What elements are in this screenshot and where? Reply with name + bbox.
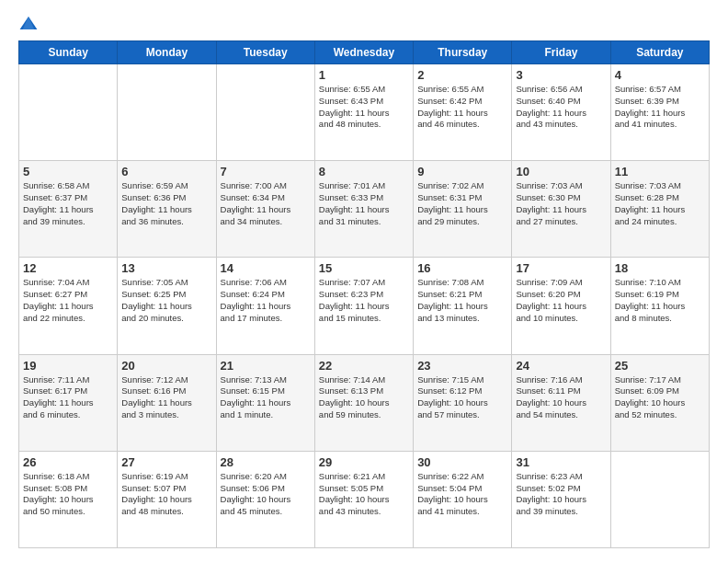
day-number: 14	[221, 261, 311, 275]
day-number: 30	[417, 455, 507, 469]
calendar-cell: 19Sunrise: 7:11 AM Sunset: 6:17 PM Dayli…	[19, 354, 118, 451]
day-number: 4	[615, 68, 705, 82]
day-number: 8	[319, 165, 409, 178]
calendar-cell: 9Sunrise: 7:02 AM Sunset: 6:31 PM Daylig…	[414, 161, 512, 258]
calendar-cell: 14Sunrise: 7:06 AM Sunset: 6:24 PM Dayli…	[216, 258, 314, 354]
day-info: Sunrise: 7:11 AM Sunset: 6:17 PM Dayligh…	[23, 374, 113, 421]
calendar-cell: 4Sunrise: 6:57 AM Sunset: 6:39 PM Daylig…	[610, 64, 709, 161]
day-number: 17	[516, 261, 606, 275]
calendar-cell: 16Sunrise: 7:08 AM Sunset: 6:21 PM Dayli…	[414, 258, 512, 354]
day-info: Sunrise: 7:13 AM Sunset: 6:15 PM Dayligh…	[221, 374, 311, 421]
calendar-table: SundayMondayTuesdayWednesdayThursdayFrid…	[18, 40, 710, 548]
day-info: Sunrise: 7:17 AM Sunset: 6:09 PM Dayligh…	[615, 374, 705, 421]
calendar-cell: 3Sunrise: 6:56 AM Sunset: 6:40 PM Daylig…	[512, 64, 610, 161]
calendar-cell: 2Sunrise: 6:55 AM Sunset: 6:42 PM Daylig…	[414, 64, 512, 161]
calendar-cell: 20Sunrise: 7:12 AM Sunset: 6:16 PM Dayli…	[118, 354, 216, 451]
calendar-cell	[610, 451, 709, 547]
day-number: 20	[121, 359, 211, 373]
day-info: Sunrise: 7:03 AM Sunset: 6:30 PM Dayligh…	[516, 180, 606, 227]
logo	[18, 15, 42, 31]
day-number: 18	[615, 261, 705, 275]
calendar-cell: 31Sunrise: 6:23 AM Sunset: 5:02 PM Dayli…	[512, 451, 610, 547]
day-info: Sunrise: 6:55 AM Sunset: 6:42 PM Dayligh…	[417, 84, 507, 131]
calendar-cell: 25Sunrise: 7:17 AM Sunset: 6:09 PM Dayli…	[610, 354, 709, 451]
page: SundayMondayTuesdayWednesdayThursdayFrid…	[0, 0, 728, 563]
calendar-cell: 21Sunrise: 7:13 AM Sunset: 6:15 PM Dayli…	[216, 354, 314, 451]
day-info: Sunrise: 6:23 AM Sunset: 5:02 PM Dayligh…	[516, 471, 606, 518]
day-number: 10	[516, 165, 606, 178]
day-number: 25	[615, 359, 705, 373]
day-number: 5	[23, 165, 113, 178]
day-number: 31	[516, 455, 606, 469]
day-number: 29	[319, 455, 409, 469]
calendar-cell: 6Sunrise: 6:59 AM Sunset: 6:36 PM Daylig…	[118, 161, 216, 258]
day-number: 9	[417, 165, 507, 178]
day-info: Sunrise: 6:56 AM Sunset: 6:40 PM Dayligh…	[516, 84, 606, 131]
day-info: Sunrise: 6:57 AM Sunset: 6:39 PM Dayligh…	[615, 84, 705, 131]
day-header-tuesday: Tuesday	[216, 41, 314, 64]
day-info: Sunrise: 6:59 AM Sunset: 6:36 PM Dayligh…	[121, 180, 211, 227]
day-info: Sunrise: 7:14 AM Sunset: 6:13 PM Dayligh…	[319, 374, 409, 421]
calendar-week-5: 26Sunrise: 6:18 AM Sunset: 5:08 PM Dayli…	[19, 451, 710, 547]
day-info: Sunrise: 7:06 AM Sunset: 6:24 PM Dayligh…	[221, 277, 311, 324]
day-header-thursday: Thursday	[414, 41, 512, 64]
day-info: Sunrise: 7:00 AM Sunset: 6:34 PM Dayligh…	[221, 180, 311, 227]
calendar-cell: 13Sunrise: 7:05 AM Sunset: 6:25 PM Dayli…	[118, 258, 216, 354]
calendar-cell: 17Sunrise: 7:09 AM Sunset: 6:20 PM Dayli…	[512, 258, 610, 354]
day-number: 27	[121, 455, 211, 469]
day-info: Sunrise: 7:07 AM Sunset: 6:23 PM Dayligh…	[319, 277, 409, 324]
day-number: 13	[121, 261, 211, 275]
day-info: Sunrise: 7:03 AM Sunset: 6:28 PM Dayligh…	[615, 180, 705, 227]
calendar-cell: 28Sunrise: 6:20 AM Sunset: 5:06 PM Dayli…	[216, 451, 314, 547]
calendar-cell: 26Sunrise: 6:18 AM Sunset: 5:08 PM Dayli…	[19, 451, 118, 547]
day-info: Sunrise: 7:01 AM Sunset: 6:33 PM Dayligh…	[319, 180, 409, 227]
day-info: Sunrise: 7:02 AM Sunset: 6:31 PM Dayligh…	[417, 180, 507, 227]
calendar-header-row: SundayMondayTuesdayWednesdayThursdayFrid…	[19, 41, 710, 64]
day-header-saturday: Saturday	[610, 41, 709, 64]
calendar-cell: 24Sunrise: 7:16 AM Sunset: 6:11 PM Dayli…	[512, 354, 610, 451]
day-number: 6	[121, 165, 211, 178]
day-header-monday: Monday	[118, 41, 216, 64]
calendar-cell: 29Sunrise: 6:21 AM Sunset: 5:05 PM Dayli…	[314, 451, 413, 547]
calendar-cell	[216, 64, 314, 161]
day-info: Sunrise: 7:04 AM Sunset: 6:27 PM Dayligh…	[23, 277, 113, 324]
day-header-friday: Friday	[512, 41, 610, 64]
logo-icon	[18, 15, 39, 31]
calendar-cell: 22Sunrise: 7:14 AM Sunset: 6:13 PM Dayli…	[314, 354, 413, 451]
day-number: 15	[319, 261, 409, 275]
calendar-cell: 5Sunrise: 6:58 AM Sunset: 6:37 PM Daylig…	[19, 161, 118, 258]
day-info: Sunrise: 7:08 AM Sunset: 6:21 PM Dayligh…	[417, 277, 507, 324]
day-info: Sunrise: 7:10 AM Sunset: 6:19 PM Dayligh…	[615, 277, 705, 324]
day-number: 7	[221, 165, 311, 178]
day-number: 1	[319, 68, 409, 82]
day-info: Sunrise: 7:16 AM Sunset: 6:11 PM Dayligh…	[516, 374, 606, 421]
day-info: Sunrise: 6:58 AM Sunset: 6:37 PM Dayligh…	[23, 180, 113, 227]
day-number: 19	[23, 359, 113, 373]
day-number: 23	[417, 359, 507, 373]
day-number: 21	[221, 359, 311, 373]
header	[18, 15, 710, 31]
day-info: Sunrise: 7:12 AM Sunset: 6:16 PM Dayligh…	[121, 374, 211, 421]
day-info: Sunrise: 6:22 AM Sunset: 5:04 PM Dayligh…	[417, 471, 507, 518]
calendar-cell: 23Sunrise: 7:15 AM Sunset: 6:12 PM Dayli…	[414, 354, 512, 451]
calendar-week-3: 12Sunrise: 7:04 AM Sunset: 6:27 PM Dayli…	[19, 258, 710, 354]
calendar-cell: 10Sunrise: 7:03 AM Sunset: 6:30 PM Dayli…	[512, 161, 610, 258]
day-number: 24	[516, 359, 606, 373]
calendar-cell: 15Sunrise: 7:07 AM Sunset: 6:23 PM Dayli…	[314, 258, 413, 354]
calendar-cell: 12Sunrise: 7:04 AM Sunset: 6:27 PM Dayli…	[19, 258, 118, 354]
calendar-cell	[19, 64, 118, 161]
day-header-wednesday: Wednesday	[314, 41, 413, 64]
day-info: Sunrise: 7:15 AM Sunset: 6:12 PM Dayligh…	[417, 374, 507, 421]
day-info: Sunrise: 6:21 AM Sunset: 5:05 PM Dayligh…	[319, 471, 409, 518]
day-number: 22	[319, 359, 409, 373]
day-header-sunday: Sunday	[19, 41, 118, 64]
calendar-cell: 27Sunrise: 6:19 AM Sunset: 5:07 PM Dayli…	[118, 451, 216, 547]
calendar-cell: 30Sunrise: 6:22 AM Sunset: 5:04 PM Dayli…	[414, 451, 512, 547]
calendar-cell: 7Sunrise: 7:00 AM Sunset: 6:34 PM Daylig…	[216, 161, 314, 258]
calendar-cell	[118, 64, 216, 161]
calendar-cell: 1Sunrise: 6:55 AM Sunset: 6:43 PM Daylig…	[314, 64, 413, 161]
calendar-week-2: 5Sunrise: 6:58 AM Sunset: 6:37 PM Daylig…	[19, 161, 710, 258]
day-number: 16	[417, 261, 507, 275]
day-number: 2	[417, 68, 507, 82]
day-info: Sunrise: 6:20 AM Sunset: 5:06 PM Dayligh…	[221, 471, 311, 518]
